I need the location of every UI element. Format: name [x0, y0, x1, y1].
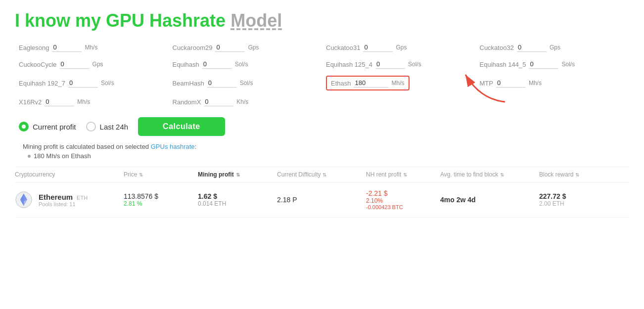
difficulty-sort-icon: ⇅	[322, 172, 326, 177]
equihash192-input[interactable]	[68, 79, 98, 88]
randomx-input[interactable]	[204, 97, 233, 106]
hashrate-equihash144: Equihash 144_5 Sol/s	[476, 58, 630, 71]
coin-name-row: Ethereum ETH	[39, 193, 88, 201]
price-sort-icon: ⇅	[139, 172, 143, 177]
coin-info: Ethereum ETH Pools listed: 11	[39, 193, 88, 207]
table-row: Ethereum ETH Pools listed: 11 113.8576 $…	[15, 182, 629, 218]
th-avg-time[interactable]: Avg. time to find block ⇅	[440, 171, 539, 178]
hashrate-cuckatoo31: Cuckatoo31 Gps	[322, 41, 476, 54]
beamhash-input[interactable]	[207, 79, 237, 88]
equihash-input[interactable]	[202, 60, 232, 69]
radio-dot-inner	[22, 125, 26, 129]
hashrate-cuckaroom29: Cuckaroom29 Gps	[169, 41, 322, 54]
current-profit-label: Current profit	[33, 123, 76, 131]
hashrate-x16rv2: X16Rv2 Mh/s	[15, 95, 169, 108]
hashrate-ethash-cell: Ethash Mh/s	[322, 75, 476, 91]
th-difficulty[interactable]: Current Difficulty ⇅	[277, 171, 366, 178]
current-profit-radio[interactable]: Current profit	[19, 122, 76, 132]
hashrate-equihash: Equihash Sol/s	[169, 58, 322, 71]
page-title: I know my GPU Hashrate Model	[15, 10, 629, 31]
price-cell: 113.8576 $ 2.81 %	[124, 192, 198, 207]
last24h-label: Last 24h	[100, 123, 129, 131]
cuckaroom29-input[interactable]	[215, 43, 245, 52]
th-nh-profit[interactable]: NH rent profit ⇅	[366, 171, 440, 178]
eaglesong-input[interactable]	[52, 43, 82, 52]
hashrate-equihash125: Equihash 125_4 Sol/s	[322, 58, 476, 71]
th-price[interactable]: Price ⇅	[124, 171, 198, 178]
last24h-radio[interactable]: Last 24h	[86, 122, 129, 132]
controls-row: Current profit Last 24h Calculate	[15, 117, 629, 136]
hashrate-randomx: RandomX Kh/s	[169, 95, 322, 108]
title-green-part: I know my GPU Hashrate	[15, 10, 226, 31]
mining-profit-cell: 1.62 $ 0.014 ETH	[198, 192, 277, 207]
hashrate-eaglesong: Eaglesong Mh/s	[15, 41, 169, 54]
cuckoocycle-input[interactable]	[60, 60, 90, 69]
nh-profit-cell: -2.21 $ 2.10% -0.000423 BTC	[366, 189, 440, 210]
info-section: Mining profit is calculated based on sel…	[15, 143, 629, 160]
x16rv2-input[interactable]	[45, 97, 74, 106]
info-highlight: GPUs hashrate	[151, 143, 195, 150]
hashrate-cuckoocycle: CuckooCycle Gps	[15, 58, 169, 71]
info-line1: Mining profit is calculated based on sel…	[19, 143, 629, 150]
coin-cell: Ethereum ETH Pools listed: 11	[15, 191, 124, 209]
results-table: Cryptocurrency Price ⇅ Mining profit ⇅ C…	[15, 167, 629, 218]
mtp-input[interactable]	[496, 79, 526, 88]
ethash-highlighted-box: Ethash Mh/s	[326, 76, 410, 90]
info-line2: 180 Mh/s on Ethash	[19, 152, 629, 160]
table-header: Cryptocurrency Price ⇅ Mining profit ⇅ C…	[15, 167, 629, 182]
ethash-input[interactable]	[354, 79, 388, 88]
equihash125-input[interactable]	[375, 60, 405, 69]
mining-profit-sort-icon: ⇅	[236, 172, 240, 177]
avg-time-sort-icon: ⇅	[500, 172, 504, 177]
calculate-button[interactable]: Calculate	[138, 117, 225, 136]
title-gray-part: Model	[230, 10, 282, 31]
cuckatoo31-input[interactable]	[363, 43, 393, 52]
radio-dot-filled	[19, 122, 29, 132]
hashrate-equihash192: Equihash 192_7 Sol/s	[15, 75, 169, 91]
equihash144-input[interactable]	[529, 60, 558, 69]
th-mining-profit[interactable]: Mining profit ⇅	[198, 171, 277, 178]
th-cryptocurrency: Cryptocurrency	[15, 171, 124, 178]
th-block-reward[interactable]: Block reward ⇅	[539, 171, 618, 178]
nh-sort-icon: ⇅	[403, 172, 407, 177]
hashrate-cuckatoo32: Cuckatoo32 Gps	[476, 41, 630, 54]
block-reward-sort-icon: ⇅	[575, 172, 579, 177]
hashrate-mtp: MTP Mh/s	[476, 75, 630, 91]
avg-time-cell: 4mo 2w 4d	[440, 196, 539, 204]
eth-logo-icon	[15, 191, 33, 209]
block-reward-cell: 227.72 $ 2.00 ETH	[539, 192, 618, 207]
difficulty-cell: 2.18 P	[277, 196, 366, 204]
cuckatoo32-input[interactable]	[517, 43, 547, 52]
bullet-icon	[28, 155, 31, 158]
radio-circle-empty	[86, 122, 96, 132]
hashrate-beamhash: BeamHash Sol/s	[169, 75, 322, 91]
